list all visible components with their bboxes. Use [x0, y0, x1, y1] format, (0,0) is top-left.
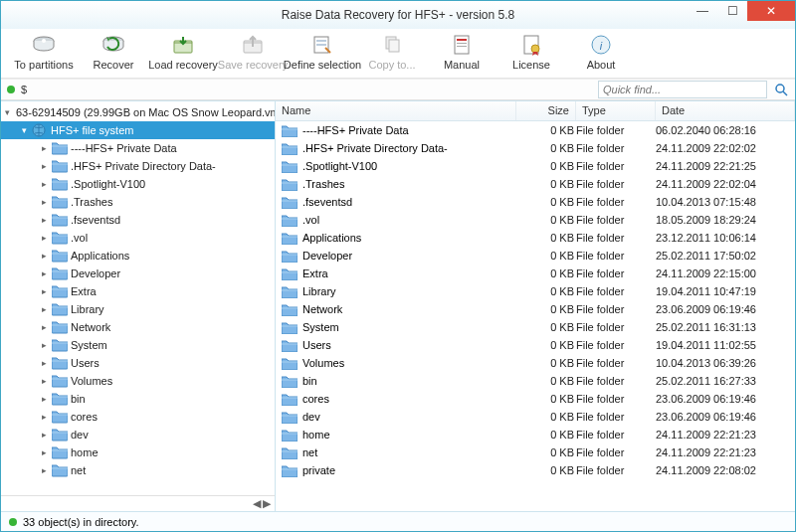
- tree-scroll-controls[interactable]: ◀ ▶: [1, 495, 275, 511]
- folder-icon: [52, 177, 68, 191]
- minimize-button[interactable]: —: [688, 1, 717, 21]
- file-name: net: [302, 446, 317, 458]
- tree-item[interactable]: ▸.Spotlight-V100: [1, 175, 275, 193]
- list-row[interactable]: net0 KBFile folder24.11.2009 22:21:23: [276, 443, 795, 461]
- col-type[interactable]: Type: [576, 101, 656, 120]
- tree-item[interactable]: ▸Library: [1, 300, 275, 318]
- caret-icon[interactable]: ▾: [5, 107, 10, 117]
- caret-icon[interactable]: ▸: [39, 376, 49, 386]
- list-row[interactable]: Extra0 KBFile folder24.11.2009 22:15:00: [276, 265, 795, 282]
- caret-icon[interactable]: ▸: [39, 430, 49, 440]
- list-row[interactable]: Library0 KBFile folder19.04.2011 10:47:1…: [276, 282, 795, 300]
- list-row[interactable]: private0 KBFile folder24.11.2009 22:08:0…: [276, 461, 795, 479]
- tree-item[interactable]: ▸net: [1, 461, 275, 479]
- to-partitions-button[interactable]: To partitions: [9, 33, 79, 71]
- caret-icon[interactable]: ▸: [39, 304, 49, 314]
- recover-button[interactable]: Recover: [79, 33, 148, 71]
- caret-icon[interactable]: ▸: [39, 161, 49, 171]
- file-type: File folder: [576, 464, 656, 476]
- tree-item[interactable]: ▸.HFS+ Private Directory Data-: [1, 157, 275, 175]
- list-row[interactable]: Network0 KBFile folder23.06.2009 06:19:4…: [276, 300, 795, 318]
- file-size: 0 KB: [516, 232, 576, 244]
- tree-item[interactable]: ▸.fseventsd: [1, 211, 275, 229]
- file-date: 23.12.2011 10:06:14: [656, 232, 795, 244]
- path-bar: $: [1, 79, 795, 100]
- tree-label: Users: [71, 357, 100, 369]
- list-row[interactable]: .vol0 KBFile folder18.05.2009 18:29:24: [276, 211, 795, 229]
- caret-icon[interactable]: ▸: [39, 215, 49, 225]
- col-date[interactable]: Date: [656, 101, 795, 120]
- tree-item[interactable]: ▸.Trashes: [1, 193, 275, 211]
- list-row[interactable]: ----HFS+ Private Data0 KBFile folder06.0…: [276, 121, 795, 139]
- list-row[interactable]: bin0 KBFile folder25.02.2011 16:27:33: [276, 372, 795, 390]
- caret-icon[interactable]: ▸: [39, 447, 49, 457]
- col-name[interactable]: Name: [276, 101, 516, 120]
- scroll-left-icon[interactable]: ◀: [253, 497, 261, 510]
- folder-icon: [282, 446, 298, 459]
- list-row[interactable]: .Spotlight-V1000 KBFile folder24.11.2009…: [276, 157, 795, 175]
- close-button[interactable]: ✕: [747, 1, 795, 21]
- caret-icon[interactable]: ▸: [39, 268, 49, 278]
- tree-item[interactable]: ▸System: [1, 336, 275, 354]
- load-recovery-button[interactable]: Load recovery: [148, 33, 218, 71]
- caret-icon[interactable]: ▸: [39, 412, 49, 422]
- tree-item[interactable]: ▸Network: [1, 318, 275, 336]
- tree-root[interactable]: ▾63-62914509 (29.99GB on Mac OS Snow Leo…: [1, 103, 275, 121]
- tree-label: ----HFS+ Private Data: [71, 142, 177, 154]
- tree-item[interactable]: ▸dev: [1, 426, 275, 443]
- list-row[interactable]: Developer0 KBFile folder25.02.2011 17:50…: [276, 247, 795, 265]
- tree-item[interactable]: ▸Users: [1, 354, 275, 372]
- caret-icon[interactable]: ▸: [39, 233, 49, 243]
- tree-filesystem[interactable]: ▾HFS+ file system: [1, 121, 275, 139]
- list-row[interactable]: home0 KBFile folder24.11.2009 22:21:23: [276, 426, 795, 443]
- caret-icon[interactable]: ▸: [39, 143, 49, 153]
- file-name: Library: [302, 285, 336, 297]
- tree-item[interactable]: ▸Applications: [1, 247, 275, 265]
- define-selection-button[interactable]: Define selection: [288, 33, 357, 71]
- manual-button[interactable]: Manual: [427, 33, 497, 71]
- list-row[interactable]: cores0 KBFile folder23.06.2009 06:19:46: [276, 390, 795, 408]
- tree-item[interactable]: ▸Developer: [1, 265, 275, 282]
- caret-icon[interactable]: ▸: [39, 322, 49, 332]
- license-button[interactable]: License: [497, 33, 566, 71]
- tree-item[interactable]: ▸cores: [1, 408, 275, 426]
- list-row[interactable]: dev0 KBFile folder23.06.2009 06:19:46: [276, 408, 795, 426]
- file-name: cores: [302, 393, 329, 405]
- caret-icon[interactable]: ▸: [39, 340, 49, 350]
- caret-icon[interactable]: ▸: [39, 251, 49, 261]
- list-row[interactable]: Volumes0 KBFile folder10.04.2013 06:39:2…: [276, 354, 795, 372]
- tree-item[interactable]: ▸home: [1, 443, 275, 461]
- caret-icon[interactable]: ▸: [39, 358, 49, 368]
- list-row[interactable]: Applications0 KBFile folder23.12.2011 10…: [276, 229, 795, 247]
- list-row[interactable]: .Trashes0 KBFile folder24.11.2009 22:02:…: [276, 175, 795, 193]
- tree-item[interactable]: ▸.vol: [1, 229, 275, 247]
- caret-icon[interactable]: ▸: [39, 197, 49, 207]
- caret-icon[interactable]: ▸: [39, 286, 49, 296]
- file-date: 25.02.2011 16:31:13: [656, 321, 795, 333]
- file-name: ----HFS+ Private Data: [302, 124, 409, 136]
- folder-icon: [282, 303, 298, 316]
- caret-icon[interactable]: ▸: [39, 394, 49, 404]
- col-size[interactable]: Size: [516, 101, 576, 120]
- recover-icon: [101, 33, 125, 57]
- tree-item[interactable]: ▸Volumes: [1, 372, 275, 390]
- list-row[interactable]: Users0 KBFile folder19.04.2011 11:02:55: [276, 336, 795, 354]
- tree-label: cores: [71, 411, 98, 423]
- caret-icon[interactable]: ▸: [39, 465, 49, 475]
- tree-item[interactable]: ▸bin: [1, 390, 275, 408]
- list-body: ----HFS+ Private Data0 KBFile folder06.0…: [276, 121, 795, 511]
- tree-item[interactable]: ▸Extra: [1, 282, 275, 300]
- list-row[interactable]: System0 KBFile folder25.02.2011 16:31:13: [276, 318, 795, 336]
- about-button[interactable]: iAbout: [566, 33, 636, 71]
- tree-label: Library: [71, 303, 104, 315]
- caret-icon[interactable]: ▾: [19, 125, 29, 135]
- maximize-button[interactable]: ☐: [717, 1, 747, 21]
- caret-icon[interactable]: ▸: [39, 179, 49, 189]
- tree-item[interactable]: ▸----HFS+ Private Data: [1, 139, 275, 157]
- scroll-right-icon[interactable]: ▶: [263, 497, 271, 510]
- search-icon[interactable]: [773, 82, 789, 97]
- save-recovery-button: Save recovery: [218, 33, 288, 71]
- list-row[interactable]: .fseventsd0 KBFile folder10.04.2013 07:1…: [276, 193, 795, 211]
- list-row[interactable]: .HFS+ Private Directory Data-0 KBFile fo…: [276, 139, 795, 157]
- quick-find-input[interactable]: [598, 81, 767, 98]
